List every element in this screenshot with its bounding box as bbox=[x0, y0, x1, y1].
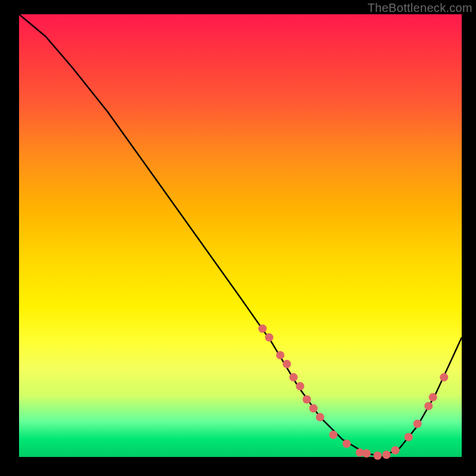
data-marker bbox=[391, 446, 399, 455]
data-marker bbox=[429, 393, 437, 402]
data-marker bbox=[440, 373, 448, 381]
data-marker bbox=[343, 440, 351, 448]
data-marker bbox=[309, 404, 318, 412]
data-marker bbox=[296, 382, 304, 390]
data-marker bbox=[289, 373, 298, 381]
data-marker bbox=[316, 413, 324, 421]
data-marker bbox=[303, 395, 311, 403]
chart-container: TheBottleneck.com bbox=[0, 0, 476, 476]
data-marker bbox=[329, 431, 337, 439]
data-marker bbox=[383, 450, 391, 459]
marker-group bbox=[258, 324, 448, 460]
plot-area bbox=[19, 14, 462, 457]
bottleneck-curve-path bbox=[19, 14, 462, 457]
data-marker bbox=[405, 433, 413, 441]
data-marker bbox=[374, 452, 382, 460]
data-marker bbox=[265, 333, 273, 342]
watermark-text: TheBottleneck.com bbox=[368, 1, 472, 15]
chart-svg bbox=[19, 14, 462, 457]
data-marker bbox=[258, 324, 267, 333]
data-marker bbox=[276, 351, 284, 359]
data-marker bbox=[414, 419, 422, 428]
data-marker bbox=[283, 360, 291, 368]
data-marker bbox=[424, 402, 433, 410]
data-marker bbox=[362, 449, 371, 458]
